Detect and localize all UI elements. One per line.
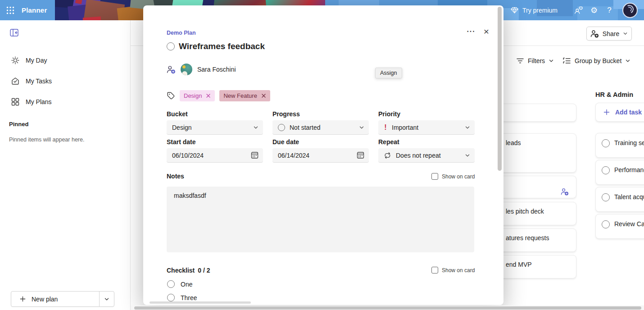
new-plan-label: New plan — [32, 296, 58, 303]
new-plan-split-button: New plan — [11, 291, 114, 307]
calendar-icon[interactable] — [357, 151, 364, 159]
checklist-show-on-card[interactable]: Show on card — [431, 267, 475, 274]
label-text: New Feature — [223, 92, 257, 99]
checklist-item-label: One — [181, 281, 192, 288]
avatar-detail — [182, 65, 186, 68]
tag-icon[interactable] — [167, 91, 175, 100]
repeat-icon — [384, 152, 391, 159]
chevron-down-icon — [623, 31, 628, 36]
dialog-horizontal-scrollbar[interactable] — [150, 301, 251, 304]
page-horizontal-scrollbar[interactable] — [134, 306, 641, 310]
check-item-circle[interactable] — [167, 294, 175, 301]
start-date-label: Start date — [167, 138, 263, 146]
account-avatar[interactable] — [622, 3, 638, 18]
chevron-down-icon — [359, 125, 364, 130]
checklist-item-label: Three — [181, 294, 197, 301]
remove-label-icon[interactable] — [206, 93, 211, 98]
assignee-avatar[interactable] — [181, 64, 192, 75]
label-chip-design[interactable]: Design — [180, 90, 215, 101]
show-on-card-label: Show on card — [442, 173, 475, 180]
chevron-down-icon — [253, 125, 259, 130]
checklist-item[interactable]: One — [167, 280, 192, 288]
checkbox-icon[interactable] — [431, 267, 438, 274]
complete-task-circle[interactable] — [602, 193, 610, 201]
sidebar-item-label: My Day — [26, 57, 47, 64]
not-started-circle-icon — [278, 124, 285, 131]
task-title[interactable]: Wireframes feedback — [179, 41, 265, 51]
labels-row: Design New Feature — [167, 90, 270, 101]
complete-task-circle[interactable] — [602, 139, 610, 147]
sidebar-item-label: My Tasks — [26, 78, 52, 85]
task-card-title: Review Can — [614, 220, 644, 228]
complete-task-circle[interactable] — [167, 42, 175, 50]
chevron-down-icon — [465, 153, 470, 158]
more-options-icon[interactable]: ··· — [465, 25, 477, 38]
share-label: Share — [603, 30, 619, 37]
plus-icon — [19, 296, 26, 302]
bucket-value: Design — [172, 124, 192, 131]
avatar-detail — [182, 71, 187, 75]
task-card[interactable]: Performanc — [595, 160, 644, 185]
add-task-label: Add task — [615, 109, 642, 116]
collapse-sidebar-icon[interactable] — [10, 29, 20, 38]
dialog-vertical-scrollbar[interactable] — [498, 7, 502, 171]
task-card-title: les pitch deck — [506, 208, 544, 215]
calendar-icon[interactable] — [251, 151, 259, 159]
new-plan-dropdown-button[interactable] — [99, 292, 114, 306]
person-add-icon[interactable] — [561, 188, 569, 196]
pinned-empty-text: Pinned items will appear here. — [9, 137, 84, 143]
plan-breadcrumb-link[interactable]: Demo Plan — [167, 30, 196, 36]
checklist-heading: Checklist 0 / 2 — [167, 267, 210, 274]
task-detail-dialog: ··· × Demo Plan Wireframes feedback Sara… — [143, 5, 503, 305]
feedback-icon[interactable] — [571, 3, 586, 18]
sidebar-item-my-plans[interactable]: My Plans — [0, 93, 130, 111]
remove-label-icon[interactable] — [261, 93, 266, 98]
priority-dropdown[interactable]: ! Important — [378, 120, 475, 135]
checkbox-icon[interactable] — [431, 173, 438, 180]
assignee-name[interactable]: Sara Foschini — [197, 66, 236, 73]
sidebar-item-my-day[interactable]: My Day — [0, 51, 130, 69]
repeat-dropdown[interactable]: Does not repeat — [378, 148, 475, 163]
notes-show-on-card[interactable]: Show on card — [431, 173, 475, 180]
add-task-button[interactable]: Add task — [595, 103, 644, 122]
assign-person-add-icon[interactable] — [167, 65, 176, 74]
check-item-circle[interactable] — [167, 280, 175, 288]
app-title[interactable]: Planner — [22, 6, 47, 14]
task-card[interactable]: Training ses — [595, 133, 644, 158]
start-date-field[interactable]: 06/10/2024 — [167, 148, 263, 163]
progress-dropdown[interactable]: Not started — [272, 120, 369, 135]
bucket-column-hr-admin: HR & Admin Add task Training ses Perform… — [595, 46, 644, 298]
checklist-progress: 0 / 2 — [198, 267, 210, 274]
task-card-title: leads — [506, 139, 521, 146]
waffle-menu-icon[interactable] — [6, 6, 15, 15]
task-card[interactable]: Talent acqu — [595, 187, 644, 212]
important-priority-icon: ! — [384, 123, 387, 132]
task-card[interactable]: Review Can — [595, 214, 644, 239]
label-text: Design — [184, 92, 202, 99]
complete-task-circle[interactable] — [602, 220, 610, 228]
settings-gear-icon[interactable]: ⚙ — [586, 3, 602, 18]
bucket-title: HR & Admin — [595, 91, 633, 98]
show-on-card-label: Show on card — [442, 267, 475, 274]
try-premium-button[interactable]: Try premium — [511, 7, 558, 14]
share-button[interactable]: Share — [586, 27, 632, 41]
progress-label: Progress — [272, 110, 369, 118]
bucket-dropdown[interactable]: Design — [167, 120, 263, 135]
due-date-field[interactable]: 06/14/2024 — [272, 148, 369, 163]
task-card-title: atures requests — [506, 234, 549, 242]
complete-task-circle[interactable] — [602, 166, 610, 174]
checklist-label: Checklist — [167, 267, 195, 274]
assign-tooltip: Assign — [375, 68, 402, 78]
notes-textarea[interactable]: maksdfasdf — [167, 187, 474, 252]
chevron-down-icon — [465, 125, 470, 130]
topbar-actions: Try premium ⚙ ? — [511, 0, 644, 20]
label-chip-new-feature[interactable]: New Feature — [219, 90, 270, 101]
sidebar-item-my-tasks[interactable]: My Tasks — [0, 72, 130, 90]
premium-diamond-icon — [511, 7, 518, 14]
try-premium-label: Try premium — [522, 7, 558, 14]
new-plan-button[interactable]: New plan — [11, 292, 99, 306]
task-house-icon — [11, 77, 20, 86]
close-icon[interactable]: × — [480, 25, 493, 38]
help-icon[interactable]: ? — [602, 3, 617, 18]
checklist-item[interactable]: Three — [167, 294, 197, 301]
